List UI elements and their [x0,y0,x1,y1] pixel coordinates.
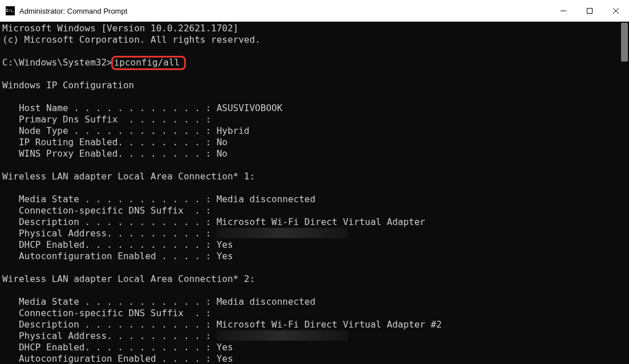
terminal-line [2,285,629,296]
minimize-button[interactable] [550,0,577,22]
terminal-line: WINS Proxy Enabled. . . . . . . . : No [2,148,629,159]
window-controls [550,0,629,22]
terminal-line: Description . . . . . . . . . . . : Micr… [2,216,629,228]
terminal-line: Autoconfiguration Enabled . . . . : Yes [2,353,629,364]
terminal-line: DHCP Enabled. . . . . . . . . . . : Yes [2,239,629,251]
terminal-line: (c) Microsoft Corporation. All rights re… [2,34,629,46]
terminal-line [2,182,629,194]
close-button[interactable] [603,0,629,22]
redacted-value [217,330,348,341]
terminal-line: Wireless LAN adapter Local Area Connecti… [2,171,629,182]
prompt-line: C:\Windows\System32>ipconfig/all [2,57,629,68]
scrollbar[interactable] [620,22,629,364]
terminal-line: Node Type . . . . . . . . . . . . : Hybr… [2,125,629,137]
terminal-line: Host Name . . . . . . . . . . . . : ASUS… [2,103,629,114]
maximize-button[interactable] [577,0,603,22]
terminal-line: IP Routing Enabled. . . . . . . . : No [2,137,629,148]
terminal-line: Wireless LAN adapter Local Area Connecti… [2,273,629,285]
terminal-line: Description . . . . . . . . . . . : Micr… [2,319,629,330]
titlebar[interactable]: C:\. Administrator: Command Prompt [0,0,629,22]
command-highlight: ipconfig/all [111,56,186,70]
terminal-line: Microsoft Windows [Version 10.0.22621.17… [2,23,629,34]
terminal-area[interactable]: Microsoft Windows [Version 10.0.22621.17… [0,22,629,364]
terminal-line [2,91,629,103]
cmd-window: C:\. Administrator: Command Prompt Micro… [0,0,629,364]
terminal-line: Primary Dns Suffix . . . . . . . : [2,114,629,125]
terminal-line: Autoconfiguration Enabled . . . . : Yes [2,251,629,262]
terminal-line [2,46,629,57]
cmd-icon: C:\. [6,6,15,15]
terminal-line: Connection-specific DNS Suffix . : [2,308,629,319]
terminal-line [2,159,629,171]
terminal-line: Physical Address. . . . . . . . . : [2,330,629,342]
terminal-text: Microsoft Windows [Version 10.0.22621.17… [0,22,629,364]
terminal-line [2,262,629,273]
svg-rect-0 [587,9,593,14]
terminal-line: Physical Address. . . . . . . . . : [2,228,629,239]
redacted-value [217,228,348,238]
terminal-line: Connection-specific DNS Suffix . : [2,205,629,216]
terminal-line: Media State . . . . . . . . . . . : Medi… [2,194,629,205]
scrollbar-thumb[interactable] [621,23,628,62]
terminal-line: Windows IP Configuration [2,80,629,91]
terminal-line [2,68,629,80]
terminal-line: DHCP Enabled. . . . . . . . . . . : Yes [2,342,629,353]
window-title: Administrator: Command Prompt [19,7,127,15]
terminal-line: Media State . . . . . . . . . . . : Medi… [2,296,629,308]
